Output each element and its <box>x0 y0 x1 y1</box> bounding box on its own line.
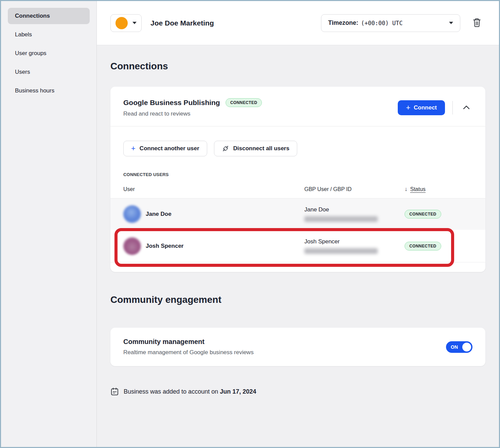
users-table-body: Jane Doe Jane Doe CONNECTED <box>110 198 485 262</box>
status-sort-control[interactable]: ↓ Status <box>405 186 472 193</box>
sort-descending-icon: ↓ <box>405 186 408 193</box>
sidebar-item-users[interactable]: Users <box>8 64 90 80</box>
user-name: Jane Doe <box>146 211 172 218</box>
main-column: Joe Doe Marketing Timezone: (+00:00) UTC <box>97 1 499 447</box>
user-name: Josh Spencer <box>146 243 184 249</box>
note-text: Business was added to account on <box>124 388 218 395</box>
collapse-card-button[interactable] <box>460 103 472 113</box>
timezone-label: Timezone: <box>328 19 358 27</box>
gbp-card-heading: Google Business Publishing CONNECTED Rea… <box>123 98 262 117</box>
gbp-user-name: Jane Doe <box>304 206 405 213</box>
community-card-subtitle: Realtime management of Google business r… <box>123 349 254 356</box>
users-table-header: User GBP User / GBP ID ↓ Status <box>123 186 472 193</box>
page-title: Connections <box>110 61 485 72</box>
trash-icon <box>472 18 481 28</box>
chevron-down-icon <box>132 22 137 24</box>
plus-icon: + <box>406 104 410 111</box>
column-header-gbp: GBP User / GBP ID <box>304 186 405 192</box>
business-switcher[interactable] <box>110 14 142 32</box>
sidebar-item-user-groups[interactable]: User groups <box>8 45 90 62</box>
redacted-gbp-id <box>304 248 378 254</box>
table-row-josh-spencer[interactable]: Josh Spencer Josh Spencer CONNECTED <box>110 230 485 262</box>
gbp-status-badge: CONNECTED <box>226 98 262 107</box>
business-avatar <box>115 17 128 29</box>
toggle-knob <box>462 343 471 351</box>
calendar-icon <box>110 387 119 396</box>
settings-sidebar: Connections Labels User groups Users Bus… <box>1 1 97 447</box>
community-card-heading: Community management Realtime management… <box>123 338 254 356</box>
table-row-jane-doe[interactable]: Jane Doe Jane Doe CONNECTED <box>110 199 485 230</box>
status-badge: CONNECTED <box>405 242 441 251</box>
status-badge: CONNECTED <box>405 210 441 219</box>
business-header: Joe Doe Marketing Timezone: (+00:00) UTC <box>97 1 499 45</box>
connect-button[interactable]: + Connect <box>398 100 445 115</box>
plus-icon: + <box>131 145 136 152</box>
chevron-down-icon <box>449 22 453 24</box>
column-header-user: User <box>123 186 304 192</box>
sidebar-item-business-hours[interactable]: Business hours <box>8 83 90 99</box>
sidebar-item-labels[interactable]: Labels <box>8 27 90 43</box>
gbp-card-subtitle: Read and react to reviews <box>123 110 262 117</box>
redacted-gbp-id <box>304 216 378 222</box>
disconnect-all-users-button[interactable]: Disconnect all users <box>214 141 297 156</box>
settings-content: Connections Google Business Publishing C… <box>97 45 499 447</box>
note-date-value: Jun 17, 2024 <box>220 388 256 395</box>
avatar <box>123 205 141 223</box>
unlink-icon <box>222 145 229 152</box>
divider <box>452 101 453 115</box>
gbp-card-title: Google Business Publishing <box>123 99 220 107</box>
gbp-connection-card: Google Business Publishing CONNECTED Rea… <box>110 87 485 272</box>
sidebar-item-connections[interactable]: Connections <box>8 8 90 24</box>
column-header-status: Status <box>410 186 426 192</box>
community-management-card: Community management Realtime management… <box>110 328 485 366</box>
business-added-note: Business was added to account on Jun 17,… <box>110 387 485 396</box>
timezone-select[interactable]: Timezone: (+00:00) UTC <box>321 14 460 32</box>
gbp-user-name: Josh Spencer <box>304 238 405 245</box>
community-management-toggle[interactable]: ON <box>446 341 472 353</box>
community-card-title: Community management <box>123 338 254 346</box>
chevron-up-icon <box>462 105 470 111</box>
app-window: Connections Labels User groups Users Bus… <box>0 0 500 448</box>
connected-users-label: CONNECTED USERS <box>123 172 472 177</box>
connect-another-user-button[interactable]: + Connect another user <box>123 141 207 156</box>
community-engagement-title: Community engagement <box>110 294 485 305</box>
avatar <box>123 237 141 255</box>
business-name: Joe Doe Marketing <box>150 19 214 27</box>
timezone-value: (+00:00) UTC <box>361 20 403 27</box>
delete-business-button[interactable] <box>472 18 481 28</box>
toggle-on-label: ON <box>451 344 458 350</box>
